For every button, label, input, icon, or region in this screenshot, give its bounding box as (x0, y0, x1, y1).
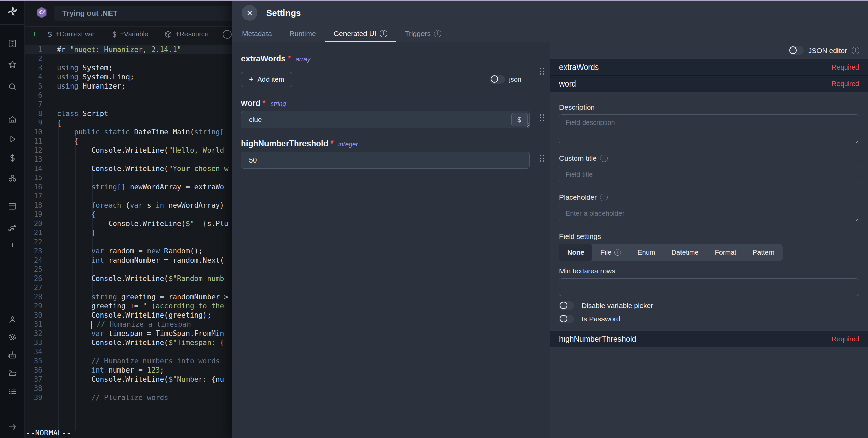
code-line-12: 12 Console.WriteLine("Hello, World (25, 146, 232, 155)
json-editor-toggle[interactable] (789, 46, 804, 55)
disable-variable-picker-row: Disable variable picker (559, 301, 859, 310)
line-number: 14 (25, 164, 42, 173)
info-icon[interactable]: i (600, 194, 608, 201)
line-number: 11 (25, 137, 42, 146)
sidebar-item-building[interactable] (0, 36, 25, 51)
sidebar-item-search[interactable] (0, 79, 25, 94)
is-password-toggle[interactable] (559, 315, 574, 323)
sidebar-item-home[interactable] (0, 112, 25, 127)
field-label-highnumberthreshold: highNumberThreshold* integer (241, 139, 530, 148)
top-accent-line (0, 0, 868, 1)
disable-variable-picker-toggle[interactable] (559, 301, 574, 310)
line-number: 22 (25, 237, 42, 247)
code-line-6: 6 (25, 91, 232, 100)
code-line-29: 29 greeting += " (according to the (25, 302, 232, 311)
field-settings-segmented-control: NoneFileiEnumDatetimeFormatPattern (559, 244, 783, 261)
tab-runtime[interactable]: Runtime (281, 26, 325, 42)
drag-handle-icon[interactable] (539, 114, 545, 122)
cubes-icon (8, 174, 17, 183)
line-number: 30 (25, 311, 42, 320)
insert-variable-button[interactable]: $ (511, 113, 528, 126)
segment-none[interactable]: None (559, 244, 592, 261)
sidebar-item-person[interactable] (0, 312, 25, 327)
code-line-1: 1#r "nuget: Humanizer, 2.14.1" (25, 45, 232, 54)
code-line-11: 11 { (25, 137, 232, 146)
code-line-14: 14 Console.WriteLine("Your chosen w (25, 164, 232, 173)
line-number: 20 (25, 219, 42, 228)
code-line-7: 7 (25, 100, 232, 109)
add-item-button[interactable]: + Add item (241, 72, 292, 87)
segment-file[interactable]: Filei (592, 244, 629, 261)
min-textarea-rows-input[interactable] (559, 279, 859, 296)
info-icon[interactable]: i (614, 249, 621, 256)
sidebar-item-robot[interactable] (0, 348, 25, 363)
property-row-word[interactable]: word Required (550, 76, 868, 92)
code-line-13: 13 (25, 155, 232, 164)
code-line-8: 8class Script (25, 109, 232, 118)
code-line-34: 34 (25, 347, 232, 357)
close-icon[interactable]: ✕ (242, 5, 257, 21)
info-icon[interactable]: i (434, 30, 441, 37)
clipped-toolbar-icon[interactable] (223, 30, 232, 39)
info-icon[interactable]: i (600, 155, 608, 162)
info-icon[interactable]: i (380, 30, 387, 37)
description-label: Description (559, 103, 859, 111)
script-title-field[interactable]: Trying out .NET (54, 6, 232, 21)
code-line-27: 27 (25, 283, 232, 292)
drag-handle-icon[interactable] (539, 67, 545, 75)
line-number: 9 (25, 118, 42, 128)
info-icon[interactable]: i (852, 47, 859, 54)
required-badge: Required (832, 63, 859, 71)
line-number: 15 (25, 173, 42, 183)
segment-datetime[interactable]: Datetime (663, 244, 707, 261)
sidebar-item-star[interactable] (0, 57, 25, 72)
segment-format[interactable]: Format (707, 244, 745, 261)
sidebar-item-play[interactable] (0, 132, 25, 147)
sidebar-item-route[interactable] (0, 220, 25, 235)
custom-title-input[interactable] (559, 166, 859, 183)
sidebar-item-plus[interactable]: + (0, 237, 25, 252)
code-line-9: 9{ (25, 118, 232, 128)
sidebar-divider (0, 24, 25, 25)
line-number: 33 (25, 338, 42, 347)
description-textarea[interactable] (559, 115, 859, 144)
extrawords-controls: + Add item json (241, 72, 530, 88)
json-toggle[interactable] (490, 75, 505, 84)
editor-toolbar: $ +Context var $ +Variable +Resource (25, 26, 232, 41)
windmill-logo (7, 5, 18, 17)
add-context-var-button[interactable]: $ +Context var (47, 30, 94, 38)
windmill-logo[interactable] (0, 4, 25, 19)
sidebar-item-list[interactable] (0, 384, 25, 399)
folder-icon (8, 368, 17, 378)
sidebar-item-cubes[interactable] (0, 171, 25, 186)
star-icon (8, 60, 17, 69)
code-line-39: 39 // Pluralize words (25, 393, 232, 402)
tab-generated-ui[interactable]: Generated UIi (325, 26, 396, 42)
add-resource-button[interactable]: +Resource (164, 30, 209, 38)
segment-enum[interactable]: Enum (629, 244, 663, 261)
property-row-extrawords[interactable]: extraWords Required (550, 59, 868, 76)
code-editor-pane[interactable]: C # Trying out .NET $ +Context var $ +Va… (25, 0, 232, 438)
svg-text:#: # (43, 10, 45, 13)
tab-metadata[interactable]: Metadata (233, 26, 281, 42)
line-number: 2 (25, 54, 42, 63)
segment-pattern[interactable]: Pattern (745, 244, 783, 261)
code-area[interactable]: 1#r "nuget: Humanizer, 2.14.1"23using Sy… (25, 41, 232, 438)
property-row-highnumberthreshold[interactable]: highNumberThreshold Required (550, 331, 868, 347)
placeholder-input[interactable] (559, 205, 859, 222)
sidebar-item-folder[interactable] (0, 365, 25, 380)
home-icon (8, 115, 17, 124)
word-input-row: clue $ (241, 111, 530, 128)
sidebar-item-calendar[interactable] (0, 198, 25, 213)
threshold-input[interactable]: 50 (241, 152, 530, 169)
add-variable-button[interactable]: $ +Variable (112, 30, 149, 38)
sidebar-item-arrow-right[interactable] (0, 419, 25, 434)
code-line-20: 20 Console.WriteLine($" {s.Plu (25, 219, 232, 228)
tab-triggers[interactable]: Triggersi (396, 26, 450, 42)
sidebar-item-gear[interactable] (0, 329, 25, 344)
sidebar-item-dollar[interactable]: $ (0, 150, 25, 165)
json-editor-row: JSON editor i (550, 42, 868, 59)
drag-handle-icon[interactable] (539, 154, 545, 163)
word-input[interactable]: clue $ (241, 111, 530, 128)
code-line-22: 22 (25, 237, 232, 247)
